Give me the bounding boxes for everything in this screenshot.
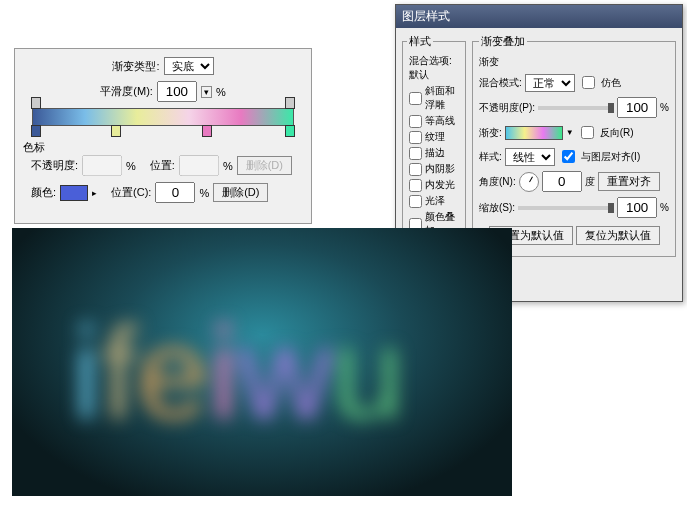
dropdown-icon[interactable]: ▼	[566, 128, 574, 137]
chevron-icon[interactable]: ▸	[92, 188, 97, 198]
style-item-innershadow[interactable]: 内阴影	[407, 161, 461, 177]
stops-section-label: 色标	[23, 140, 303, 155]
delete-button: 删除(D)	[237, 156, 292, 175]
scale-label: 缩放(S):	[479, 201, 515, 215]
smooth-input[interactable]	[157, 81, 197, 102]
opacity-label: 不透明度(P):	[479, 101, 535, 115]
align-checkbox[interactable]	[562, 150, 575, 163]
gradient-label: 渐变:	[479, 126, 502, 140]
blend-default[interactable]: 混合选项:默认	[407, 53, 461, 83]
sub-title: 渐变	[479, 55, 669, 69]
opacity-stop[interactable]	[285, 97, 295, 109]
svg-text:ifeiwu: ifeiwu	[72, 300, 404, 446]
percent-label: %	[216, 86, 226, 98]
gradient-editor-panel: 渐变类型: 实底 平滑度(M): ▾ % 色标 不透明度: % 位置: % 删除…	[14, 48, 312, 224]
dither-checkbox[interactable]	[582, 76, 595, 89]
position2-label: 位置(C):	[111, 185, 151, 200]
dialog-title: 图层样式	[396, 5, 682, 28]
options-legend: 渐变叠加	[479, 34, 527, 49]
style-label: 样式:	[479, 150, 502, 164]
reset-default-button[interactable]: 复位为默认值	[576, 226, 660, 245]
blendmode-label: 混合模式:	[479, 76, 522, 90]
opacity-value[interactable]	[617, 97, 657, 118]
style-item-innerglow[interactable]: 内发光	[407, 177, 461, 193]
reset-align-button[interactable]: 重置对齐	[598, 172, 660, 191]
gradient-type-select[interactable]: 实底	[164, 57, 214, 75]
position2-input[interactable]	[155, 182, 195, 203]
gradient-bar[interactable]	[32, 108, 294, 126]
styles-legend: 样式	[407, 34, 433, 49]
gradient-preview[interactable]	[505, 126, 563, 140]
opacity-stop[interactable]	[31, 97, 41, 109]
opacity-slider[interactable]	[538, 106, 614, 110]
preview-canvas: ifeiwu	[12, 228, 512, 496]
color-swatch[interactable]	[60, 185, 88, 201]
color-stop[interactable]	[202, 125, 212, 137]
gradient-type-label: 渐变类型:	[112, 59, 159, 74]
smooth-label: 平滑度(M):	[100, 84, 153, 99]
preview-text: ifeiwu	[12, 228, 512, 496]
angle-label: 角度(N):	[479, 175, 516, 189]
color-stop[interactable]	[31, 125, 41, 137]
color-stop[interactable]	[111, 125, 121, 137]
opacity-label: 不透明度:	[31, 158, 78, 173]
blendmode-select[interactable]: 正常	[525, 74, 575, 92]
style-item-stroke[interactable]: 描边	[407, 145, 461, 161]
stepper-icon[interactable]: ▾	[201, 86, 212, 98]
color-stop[interactable]	[285, 125, 295, 137]
delete-button[interactable]: 删除(D)	[213, 183, 268, 202]
scale-slider[interactable]	[518, 206, 614, 210]
scale-input[interactable]	[617, 197, 657, 218]
color-label: 颜色:	[31, 185, 56, 200]
opacity-input	[82, 155, 122, 176]
style-select[interactable]: 线性	[505, 148, 555, 166]
style-item-satin[interactable]: 光泽	[407, 193, 461, 209]
reverse-checkbox[interactable]	[581, 126, 594, 139]
angle-dial[interactable]	[519, 172, 539, 192]
angle-input[interactable]	[542, 171, 582, 192]
style-item-bevel[interactable]: 斜面和浮雕	[407, 83, 461, 113]
position-input	[179, 155, 219, 176]
style-item-texture[interactable]: 纹理	[407, 129, 461, 145]
position-label: 位置:	[150, 158, 175, 173]
style-item-contour[interactable]: 等高线	[407, 113, 461, 129]
